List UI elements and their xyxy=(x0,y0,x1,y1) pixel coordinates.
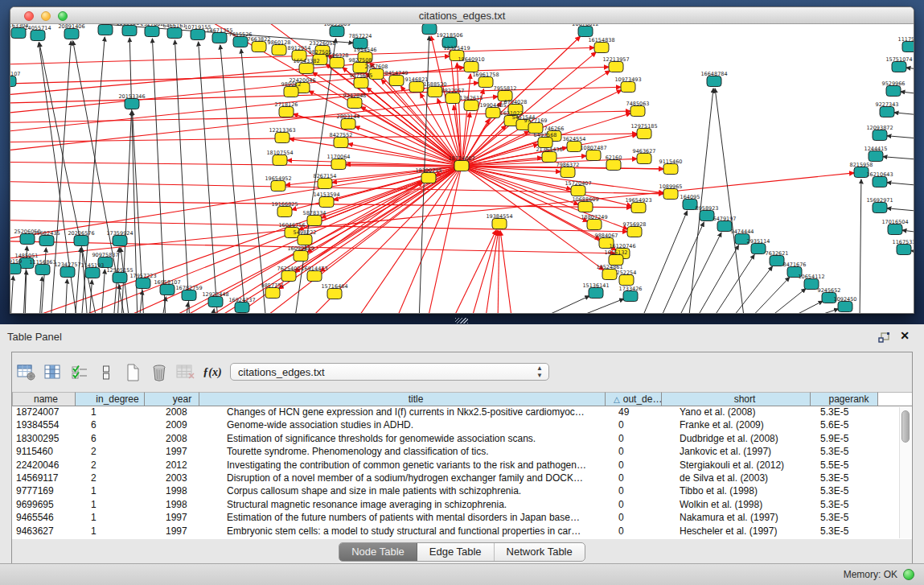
graph-node[interactable] xyxy=(486,108,500,118)
table-cell[interactable]: 9777169 xyxy=(12,485,76,498)
table-cell[interactable]: 5.3E-5 xyxy=(811,525,878,538)
table-cell[interactable]: 9699695 xyxy=(12,499,76,512)
graph-node[interactable] xyxy=(294,251,308,262)
graph-node[interactable] xyxy=(464,62,478,72)
table-cell[interactable]: de Silva et al. (2003) xyxy=(662,472,811,485)
table-cell[interactable]: 5.3E-5 xyxy=(811,485,878,498)
graph-node[interactable] xyxy=(85,268,100,278)
graph-node[interactable] xyxy=(717,221,732,232)
tab-network-table[interactable]: Network Table xyxy=(495,543,585,561)
table-cell[interactable]: 5.3E-5 xyxy=(811,512,878,525)
graph-node[interactable] xyxy=(751,244,766,254)
table-cell[interactable]: 2008 xyxy=(145,406,199,419)
graph-node[interactable] xyxy=(64,29,79,39)
show-columns-button[interactable] xyxy=(43,362,64,383)
table-cell[interactable]: 1 xyxy=(76,499,145,512)
graph-node[interactable] xyxy=(277,207,292,217)
table-cell[interactable]: Structural magnetic resonance image aver… xyxy=(199,499,606,512)
graph-node[interactable] xyxy=(275,133,290,143)
graph-node[interactable] xyxy=(330,58,344,68)
column-header-in_degree[interactable]: in_degree xyxy=(76,392,145,406)
table-cell[interactable]: 9465546 xyxy=(12,512,76,525)
graph-node[interactable] xyxy=(902,42,914,52)
graph-node[interactable] xyxy=(341,119,355,130)
graph-node[interactable] xyxy=(208,297,223,307)
close-panel-icon[interactable]: ✕ xyxy=(900,329,910,342)
table-cell[interactable]: 1997 xyxy=(145,446,199,459)
graph-node[interactable] xyxy=(10,76,16,87)
table-cell[interactable]: 0 xyxy=(606,446,662,459)
table-cell[interactable]: Wolkin et al. (1998) xyxy=(662,499,811,512)
graph-node[interactable] xyxy=(838,302,852,312)
graph-node[interactable] xyxy=(770,256,784,266)
table-selector-dropdown[interactable]: citations_edges.txt ▲▼ xyxy=(230,363,549,381)
graph-node[interactable] xyxy=(272,45,286,56)
table-cell[interactable]: Dudbridge et al. (2008) xyxy=(662,433,811,446)
table-row[interactable]: 1938455462009Genome-wide association stu… xyxy=(12,419,912,432)
table-cell[interactable]: 0 xyxy=(606,459,662,472)
graph-node[interactable] xyxy=(873,130,887,141)
graph-node[interactable] xyxy=(707,76,721,87)
function-builder-button[interactable]: ƒ(x) xyxy=(202,362,223,383)
table-cell[interactable]: 0 xyxy=(606,485,662,498)
table-options-button[interactable] xyxy=(16,362,37,383)
column-header-short[interactable]: short xyxy=(662,392,811,406)
graph-node[interactable] xyxy=(11,28,26,39)
graph-node[interactable] xyxy=(873,177,887,187)
graph-node[interactable] xyxy=(284,87,298,97)
column-header-name[interactable]: name xyxy=(12,392,76,406)
graph-node[interactable] xyxy=(281,271,296,282)
table-row[interactable]: 1872400712008Changes of HCN gene express… xyxy=(12,406,912,419)
graph-node[interactable] xyxy=(334,138,348,148)
table-cell[interactable]: 0 xyxy=(606,512,662,525)
tab-edge-table[interactable]: Edge Table xyxy=(417,543,495,561)
table-cell[interactable]: 1 xyxy=(76,406,145,419)
graph-node[interactable] xyxy=(589,288,603,299)
table-cell[interactable]: 5.3E-5 xyxy=(811,499,878,512)
table-cell[interactable]: 49 xyxy=(606,406,662,419)
table-cell[interactable]: 0 xyxy=(606,419,662,432)
table-cell[interactable]: 1997 xyxy=(145,525,199,538)
graph-node[interactable] xyxy=(31,31,45,41)
window-titlebar[interactable]: citations_edges.txt xyxy=(10,7,914,24)
graph-node[interactable] xyxy=(160,285,175,295)
graph-node[interactable] xyxy=(567,142,581,152)
graph-node[interactable] xyxy=(619,275,634,286)
table-cell[interactable]: 5.3E-5 xyxy=(811,446,878,459)
table-cell[interactable]: 2009 xyxy=(145,419,199,432)
table-cell[interactable]: Genome-wide association studies in ADHD. xyxy=(199,419,606,432)
column-header-pagerank[interactable]: pagerank xyxy=(811,392,878,406)
column-header-out_de[interactable]: △out_de… xyxy=(606,392,662,406)
table-cell[interactable]: Investigating the contribution of common… xyxy=(199,459,606,472)
table-cell[interactable]: Jankovic et al. (1997) xyxy=(662,446,811,459)
tab-node-table[interactable]: Node Table xyxy=(339,543,417,561)
table-cell[interactable]: 0 xyxy=(606,525,662,538)
graph-node[interactable] xyxy=(700,211,714,221)
graph-node[interactable] xyxy=(587,220,602,230)
table-cell[interactable]: 2012 xyxy=(145,459,199,472)
graph-node[interactable] xyxy=(125,99,139,109)
table-cell[interactable]: 1 xyxy=(76,512,145,525)
column-header-year[interactable]: year xyxy=(145,392,199,406)
graph-node[interactable] xyxy=(265,288,280,299)
graph-node[interactable] xyxy=(145,27,159,37)
table-cell[interactable]: 14569117 xyxy=(12,472,76,485)
table-cell[interactable]: Estimation of the future numbers of pati… xyxy=(199,512,606,525)
graph-node[interactable] xyxy=(609,62,623,72)
network-graph-svg[interactable]: 1633041405571420891406204317810653287152… xyxy=(10,24,914,314)
table-cell[interactable]: Tourette syndrome. Phenomenology and cla… xyxy=(199,446,606,459)
table-cell[interactable]: 9115460 xyxy=(12,446,76,459)
graph-node[interactable] xyxy=(478,77,493,88)
graph-node[interactable] xyxy=(20,234,35,245)
graph-node[interactable] xyxy=(561,167,575,178)
delete-trash-button[interactable] xyxy=(149,362,170,383)
graph-node[interactable] xyxy=(578,202,593,212)
graph-node[interactable] xyxy=(319,197,334,208)
graph-node[interactable] xyxy=(252,42,266,52)
network-canvas[interactable]: 1633041405571420891406204317810653287152… xyxy=(10,24,914,314)
graph-node[interactable] xyxy=(464,101,478,111)
new-document-button[interactable] xyxy=(122,362,143,383)
graph-node[interactable] xyxy=(409,82,424,93)
graph-node[interactable] xyxy=(298,235,312,245)
graph-node[interactable] xyxy=(542,152,556,163)
